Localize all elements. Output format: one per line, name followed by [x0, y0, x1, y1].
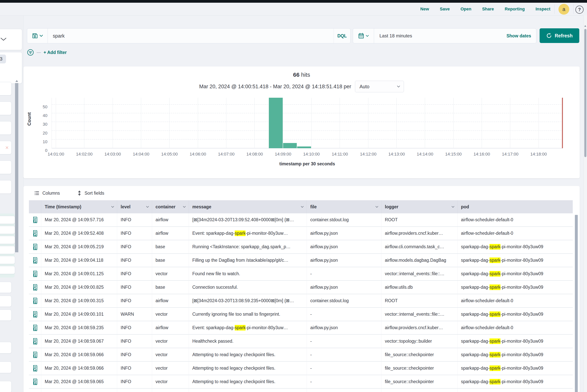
- show-dates-button[interactable]: Show dates: [506, 28, 536, 43]
- cell-message: Running <TaskInstance: sparkapp_dag.spar…: [189, 240, 307, 253]
- selected-field-pill[interactable]: [0, 236, 15, 244]
- selected-field-pill[interactable]: [0, 266, 15, 274]
- expand-row-button[interactable]: [29, 375, 41, 388]
- chevron-down-icon: [40, 35, 43, 37]
- selected-field-pill[interactable]: [0, 256, 15, 264]
- table-row: Mar 20, 2024 @ 14:08:59.066INFOvectorAtt…: [29, 362, 573, 375]
- histogram-bar[interactable]: [283, 143, 297, 148]
- column-header-message[interactable]: message: [189, 200, 307, 213]
- sidebar-count-box[interactable]: 3: [0, 52, 22, 84]
- cell-container: airflow: [152, 321, 189, 334]
- cell-time: Mar 20, 2024 @ 14:08:59.066: [41, 348, 117, 361]
- avatar[interactable]: a: [558, 4, 569, 15]
- nav-open[interactable]: Open: [460, 6, 471, 12]
- selected-field-pill[interactable]: [0, 216, 15, 224]
- dql-button[interactable]: DQL: [334, 28, 350, 43]
- cell-level: INFO: [117, 294, 152, 307]
- filter-icon[interactable]: [27, 49, 34, 56]
- grid-line-vertical: [340, 98, 340, 148]
- expand-row-button[interactable]: [29, 308, 41, 321]
- field-pill[interactable]: [0, 282, 12, 293]
- saved-query-menu[interactable]: [27, 28, 48, 43]
- field-pill[interactable]: [0, 82, 12, 96]
- field-pill[interactable]: [0, 342, 12, 354]
- interval-select[interactable]: Auto: [355, 81, 404, 92]
- grid-line-vertical: [510, 98, 510, 148]
- column-header-time-timestamp-[interactable]: Time (timestamp): [41, 200, 117, 213]
- field-pill[interactable]: [0, 296, 12, 307]
- field-pill[interactable]: [0, 362, 12, 373]
- field-pill[interactable]: [0, 310, 12, 321]
- selected-field-pill[interactable]: [0, 226, 15, 234]
- expand-row-button[interactable]: [29, 267, 41, 280]
- grid-line-vertical: [112, 98, 113, 148]
- search-input[interactable]: spark: [48, 28, 334, 43]
- nav-new[interactable]: New: [420, 6, 429, 12]
- time-range-value[interactable]: Last 18 minutes: [374, 28, 506, 43]
- hits-count: 66: [293, 72, 300, 78]
- field-pill[interactable]: [0, 381, 12, 392]
- nav-share[interactable]: Share: [482, 6, 494, 12]
- nav-inspect[interactable]: Inspect: [536, 6, 550, 12]
- nav-save[interactable]: Save: [440, 6, 450, 12]
- cell-file: airflow.py.json: [307, 281, 382, 294]
- browser-top-strip: [0, 0, 587, 3]
- expand-row-button[interactable]: [29, 362, 41, 375]
- inspect-document-icon: [32, 230, 38, 237]
- expand-row-button[interactable]: [29, 227, 41, 240]
- time-end-marker: [562, 98, 563, 148]
- page-scrollbar[interactable]: [584, 16, 587, 392]
- expand-row-button[interactable]: [29, 213, 41, 226]
- expand-row-button[interactable]: [29, 240, 41, 253]
- column-header-file[interactable]: file: [307, 200, 382, 213]
- rail-scroll-up-arrow[interactable]: [16, 80, 18, 82]
- column-header-logger[interactable]: logger: [382, 200, 458, 213]
- expand-row-button[interactable]: [29, 335, 41, 348]
- sidebar-collapse-box[interactable]: [0, 29, 22, 50]
- scroll-up-arrow[interactable]: [584, 25, 586, 27]
- cell-file: -: [307, 308, 382, 321]
- field-count-badge: 3: [0, 54, 6, 64]
- chevron-down-icon: [451, 206, 454, 208]
- cell-container: base: [152, 281, 189, 294]
- sort-fields-button[interactable]: Sort fields: [77, 190, 104, 196]
- field-pill[interactable]: [0, 102, 12, 115]
- columns-button[interactable]: Columns: [34, 190, 60, 196]
- column-header-level[interactable]: level: [117, 200, 152, 213]
- cell-container: vector: [152, 267, 189, 280]
- column-header-pod[interactable]: pod: [458, 200, 573, 213]
- add-filter-button[interactable]: + Add filter: [44, 50, 67, 55]
- column-header-container[interactable]: container: [152, 200, 189, 213]
- table-row: Mar 20, 2024 @ 14:09:00.825INFObaseConne…: [29, 281, 573, 294]
- table-scrollbar[interactable]: [575, 215, 578, 392]
- cell-message: Attempting to read legacy checkpoint fil…: [189, 348, 307, 361]
- expand-row-button[interactable]: [29, 294, 41, 307]
- field-pill[interactable]: [0, 180, 12, 194]
- field-pill[interactable]: [0, 121, 12, 135]
- page-scroll-thumb[interactable]: [584, 29, 586, 157]
- histogram-plot[interactable]: [52, 98, 563, 148]
- expand-row-button[interactable]: [29, 321, 41, 334]
- histogram-bar[interactable]: [297, 146, 311, 148]
- field-pill[interactable]: ×: [0, 141, 12, 154]
- selected-field-pill[interactable]: [0, 246, 15, 254]
- cell-pod: sparkapp-dag-spark-pi-monitor-80y3uw09: [458, 389, 573, 392]
- expand-row-button[interactable]: [29, 281, 41, 294]
- columns-label: Columns: [42, 190, 60, 196]
- query-highlight: spark: [490, 244, 500, 250]
- expand-column-header: [29, 200, 41, 213]
- cell-message: Event: sparkapp-dag-spark-pi-monitor-80y…: [189, 321, 307, 334]
- quick-select-menu[interactable]: [353, 28, 374, 43]
- help-icon[interactable]: ?: [576, 6, 584, 14]
- field-pill[interactable]: [0, 160, 12, 174]
- cell-level: INFO: [117, 362, 152, 375]
- rail-scrollbar[interactable]: [15, 83, 18, 252]
- expand-row-button[interactable]: [29, 389, 41, 392]
- expand-row-button[interactable]: [29, 254, 41, 267]
- histogram-bar[interactable]: [269, 98, 283, 148]
- nav-reporting[interactable]: Reporting: [505, 6, 525, 12]
- x-tick-label: 14:04:00: [133, 152, 149, 157]
- remove-icon[interactable]: ×: [5, 144, 9, 151]
- refresh-button[interactable]: Refresh: [540, 28, 579, 43]
- expand-row-button[interactable]: [29, 348, 41, 361]
